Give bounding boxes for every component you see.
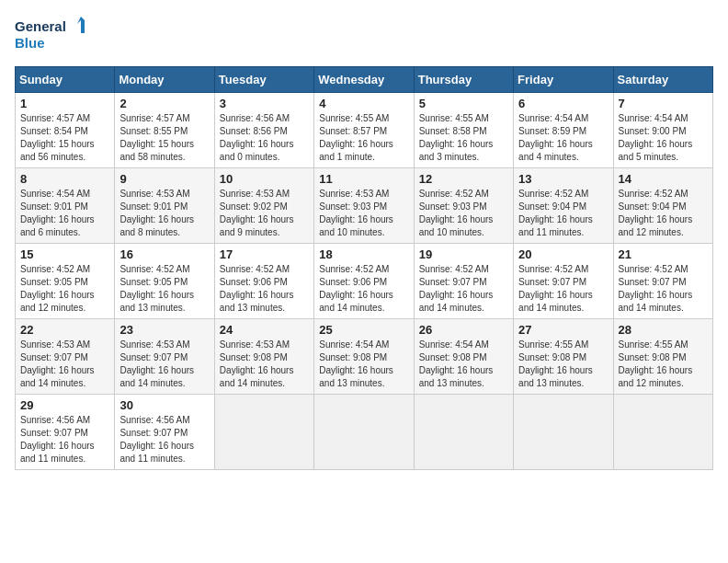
day-number: 25 — [319, 323, 408, 337]
day-number: 8 — [20, 172, 109, 186]
calendar-cell: 22Sunrise: 4:53 AM Sunset: 9:07 PM Dayli… — [16, 319, 115, 395]
day-info: Sunrise: 4:55 AM Sunset: 9:08 PM Dayligh… — [518, 339, 608, 390]
calendar-cell: 28Sunrise: 4:55 AM Sunset: 9:08 PM Dayli… — [613, 319, 712, 395]
day-info: Sunrise: 4:52 AM Sunset: 9:05 PM Dayligh… — [20, 263, 109, 315]
day-number: 4 — [319, 97, 408, 110]
day-number: 22 — [20, 323, 109, 337]
day-info: Sunrise: 4:55 AM Sunset: 9:08 PM Dayligh… — [619, 339, 708, 390]
day-info: Sunrise: 4:52 AM Sunset: 9:07 PM Dayligh… — [619, 263, 708, 315]
day-number: 12 — [419, 172, 508, 186]
weekday-header-sunday: Sunday — [16, 67, 115, 93]
day-info: Sunrise: 4:56 AM Sunset: 9:07 PM Dayligh… — [119, 414, 209, 465]
day-info: Sunrise: 4:53 AM Sunset: 9:02 PM Dayligh… — [220, 188, 309, 239]
day-number: 7 — [619, 97, 708, 110]
day-number: 29 — [20, 398, 109, 412]
day-number: 14 — [619, 172, 708, 186]
day-info: Sunrise: 4:55 AM Sunset: 8:57 PM Dayligh… — [319, 112, 408, 164]
day-info: Sunrise: 4:52 AM Sunset: 9:07 PM Dayligh… — [518, 263, 608, 315]
day-number: 11 — [319, 172, 408, 186]
weekday-header-friday: Friday — [514, 67, 613, 93]
day-info: Sunrise: 4:55 AM Sunset: 8:58 PM Dayligh… — [419, 112, 508, 164]
calendar-week-row: 29Sunrise: 4:56 AM Sunset: 9:07 PM Dayli… — [16, 395, 713, 470]
calendar-cell: 23Sunrise: 4:53 AM Sunset: 9:07 PM Dayli… — [115, 319, 214, 395]
calendar-cell: 25Sunrise: 4:54 AM Sunset: 9:08 PM Dayli… — [314, 319, 414, 395]
day-info: Sunrise: 4:54 AM Sunset: 9:01 PM Dayligh… — [20, 188, 109, 239]
calendar-cell: 5Sunrise: 4:55 AM Sunset: 8:58 PM Daylig… — [414, 93, 513, 168]
day-number: 17 — [220, 247, 309, 261]
calendar-week-row: 15Sunrise: 4:52 AM Sunset: 9:05 PM Dayli… — [16, 244, 713, 319]
calendar-cell: 16Sunrise: 4:52 AM Sunset: 9:05 PM Dayli… — [115, 244, 214, 319]
day-number: 6 — [518, 97, 608, 110]
day-number: 10 — [220, 172, 309, 186]
day-info: Sunrise: 4:52 AM Sunset: 9:05 PM Dayligh… — [119, 263, 209, 315]
calendar-cell: 13Sunrise: 4:52 AM Sunset: 9:04 PM Dayli… — [514, 168, 613, 244]
calendar-cell: 7Sunrise: 4:54 AM Sunset: 9:00 PM Daylig… — [613, 93, 712, 168]
day-info: Sunrise: 4:53 AM Sunset: 9:08 PM Dayligh… — [220, 339, 309, 390]
calendar-cell: 1Sunrise: 4:57 AM Sunset: 8:54 PM Daylig… — [16, 93, 115, 168]
svg-marker-2 — [77, 17, 88, 33]
svg-text:Blue: Blue — [15, 35, 45, 51]
weekday-header-saturday: Saturday — [613, 67, 712, 93]
calendar-cell: 6Sunrise: 4:54 AM Sunset: 8:59 PM Daylig… — [514, 93, 613, 168]
day-number: 1 — [20, 97, 109, 110]
calendar-cell: 30Sunrise: 4:56 AM Sunset: 9:07 PM Dayli… — [115, 395, 214, 470]
day-info: Sunrise: 4:52 AM Sunset: 9:06 PM Dayligh… — [220, 263, 309, 315]
calendar-cell: 19Sunrise: 4:52 AM Sunset: 9:07 PM Dayli… — [414, 244, 513, 319]
calendar-cell — [613, 395, 712, 470]
day-info: Sunrise: 4:54 AM Sunset: 8:59 PM Dayligh… — [518, 112, 608, 164]
calendar-cell: 29Sunrise: 4:56 AM Sunset: 9:07 PM Dayli… — [16, 395, 115, 470]
day-number: 5 — [419, 97, 508, 110]
header: General Blue — [15, 15, 713, 55]
day-number: 20 — [518, 247, 608, 261]
day-info: Sunrise: 4:54 AM Sunset: 9:00 PM Dayligh… — [619, 112, 708, 164]
calendar-cell: 12Sunrise: 4:52 AM Sunset: 9:03 PM Dayli… — [414, 168, 513, 244]
day-number: 30 — [119, 398, 209, 412]
calendar-cell: 4Sunrise: 4:55 AM Sunset: 8:57 PM Daylig… — [314, 93, 414, 168]
calendar-table: SundayMondayTuesdayWednesdayThursdayFrid… — [15, 66, 713, 470]
day-info: Sunrise: 4:53 AM Sunset: 9:01 PM Dayligh… — [119, 188, 209, 239]
calendar-cell — [414, 395, 513, 470]
calendar-cell: 20Sunrise: 4:52 AM Sunset: 9:07 PM Dayli… — [514, 244, 613, 319]
calendar-cell: 11Sunrise: 4:53 AM Sunset: 9:03 PM Dayli… — [314, 168, 414, 244]
day-number: 21 — [619, 247, 708, 261]
calendar-cell: 24Sunrise: 4:53 AM Sunset: 9:08 PM Dayli… — [214, 319, 313, 395]
calendar-cell: 18Sunrise: 4:52 AM Sunset: 9:06 PM Dayli… — [314, 244, 414, 319]
calendar-week-row: 8Sunrise: 4:54 AM Sunset: 9:01 PM Daylig… — [16, 168, 713, 244]
day-info: Sunrise: 4:53 AM Sunset: 9:07 PM Dayligh… — [119, 339, 209, 390]
calendar-cell: 2Sunrise: 4:57 AM Sunset: 8:55 PM Daylig… — [115, 93, 214, 168]
calendar-cell — [314, 395, 414, 470]
day-info: Sunrise: 4:56 AM Sunset: 8:56 PM Dayligh… — [220, 112, 309, 164]
calendar-cell: 27Sunrise: 4:55 AM Sunset: 9:08 PM Dayli… — [514, 319, 613, 395]
calendar-cell — [214, 395, 313, 470]
day-info: Sunrise: 4:53 AM Sunset: 9:07 PM Dayligh… — [20, 339, 109, 390]
calendar-week-row: 22Sunrise: 4:53 AM Sunset: 9:07 PM Dayli… — [16, 319, 713, 395]
svg-text:General: General — [15, 18, 66, 34]
day-number: 3 — [220, 97, 309, 110]
calendar-cell: 21Sunrise: 4:52 AM Sunset: 9:07 PM Dayli… — [613, 244, 712, 319]
calendar-cell: 10Sunrise: 4:53 AM Sunset: 9:02 PM Dayli… — [214, 168, 313, 244]
weekday-header-wednesday: Wednesday — [314, 67, 414, 93]
day-number: 16 — [119, 247, 209, 261]
day-number: 26 — [419, 323, 508, 337]
weekday-header-row: SundayMondayTuesdayWednesdayThursdayFrid… — [16, 67, 713, 93]
day-number: 19 — [419, 247, 508, 261]
calendar-cell: 3Sunrise: 4:56 AM Sunset: 8:56 PM Daylig… — [214, 93, 313, 168]
day-info: Sunrise: 4:56 AM Sunset: 9:07 PM Dayligh… — [20, 414, 109, 465]
weekday-header-monday: Monday — [115, 67, 214, 93]
day-number: 23 — [119, 323, 209, 337]
logo-svg: General Blue — [15, 15, 88, 55]
day-number: 27 — [518, 323, 608, 337]
calendar-cell: 15Sunrise: 4:52 AM Sunset: 9:05 PM Dayli… — [16, 244, 115, 319]
calendar-cell: 14Sunrise: 4:52 AM Sunset: 9:04 PM Dayli… — [613, 168, 712, 244]
day-info: Sunrise: 4:52 AM Sunset: 9:06 PM Dayligh… — [319, 263, 408, 315]
logo: General Blue — [15, 15, 88, 55]
day-info: Sunrise: 4:54 AM Sunset: 9:08 PM Dayligh… — [419, 339, 508, 390]
day-number: 9 — [119, 172, 209, 186]
calendar-cell — [514, 395, 613, 470]
day-info: Sunrise: 4:53 AM Sunset: 9:03 PM Dayligh… — [319, 188, 408, 239]
day-info: Sunrise: 4:52 AM Sunset: 9:04 PM Dayligh… — [518, 188, 608, 239]
calendar-cell: 9Sunrise: 4:53 AM Sunset: 9:01 PM Daylig… — [115, 168, 214, 244]
day-number: 18 — [319, 247, 408, 261]
weekday-header-tuesday: Tuesday — [214, 67, 313, 93]
calendar-cell: 8Sunrise: 4:54 AM Sunset: 9:01 PM Daylig… — [16, 168, 115, 244]
